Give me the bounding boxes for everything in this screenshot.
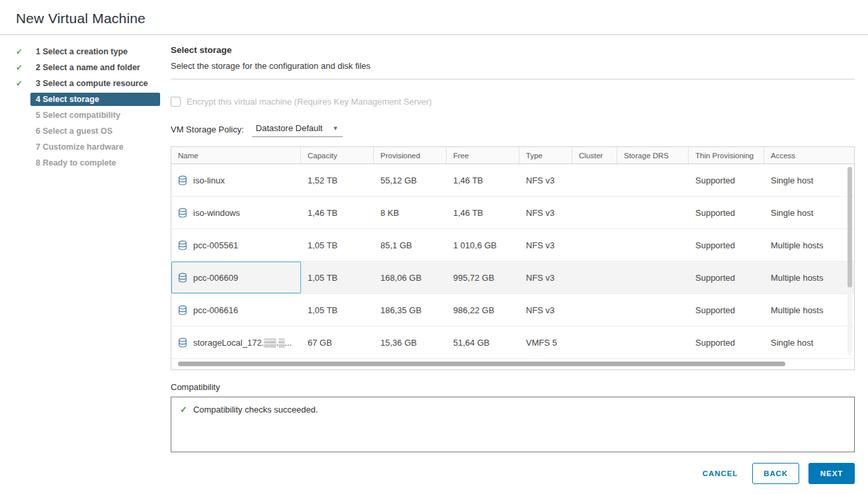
storage-policy-row: VM Storage Policy: Datastore Default ▾ (171, 121, 855, 137)
step-title: Select a guest OS (42, 126, 112, 136)
wizard-step[interactable]: ✓ 5 Select compatibility (16, 108, 160, 123)
cell-capacity: 1,46 TB (301, 197, 374, 228)
cell-thin-provisioning: Supported (689, 326, 764, 358)
step-check-icon: ✓ (16, 79, 30, 88)
table-row[interactable]: iso-windows 1,46 TB 8 KB 1,46 TB NFS v3 … (171, 197, 854, 229)
datastore-icon (178, 240, 187, 250)
page-title: Select storage (171, 45, 855, 55)
table-row[interactable]: pcc-005561 1,05 TB 85,1 GB 1 010,6 GB NF… (171, 229, 854, 262)
dialog-header: New Virtual Machine (0, 0, 868, 35)
step-label: 5 Select compatibility (30, 109, 160, 122)
cell-access: Multiple hosts (764, 262, 854, 293)
step-number: 1 (36, 47, 40, 56)
step-title: Select a name and folder (42, 63, 140, 72)
cell-cluster (572, 262, 617, 293)
encrypt-checkbox[interactable] (171, 97, 181, 107)
compatibility-message: Compatibility checks succeeded. (193, 405, 318, 415)
step-label: 4 Select storage (30, 93, 160, 106)
cell-provisioned: 55,12 GB (374, 164, 447, 196)
cell-name: pcc-006616 (171, 294, 301, 326)
vm-storage-policy-select[interactable]: Datastore Default ▾ (252, 121, 343, 137)
back-button[interactable]: BACK (752, 463, 799, 484)
cancel-button[interactable]: CANCEL (697, 463, 743, 484)
datastore-icon (178, 305, 187, 315)
cell-storage-drs (617, 229, 689, 261)
cell-cluster (572, 326, 617, 358)
cell-storage-drs (617, 197, 689, 228)
step-label: 1 Select a creation type (30, 45, 160, 58)
cell-cluster (572, 229, 617, 261)
section-divider (171, 79, 855, 79)
compatibility-label: Compatibility (171, 382, 855, 392)
column-header[interactable]: Cluster (572, 147, 617, 164)
cell-cluster (572, 294, 617, 326)
cell-access: Single host (764, 197, 854, 228)
next-button[interactable]: NEXT (808, 463, 855, 484)
table-row[interactable]: iso-linux 1,52 TB 55,12 GB 1,46 TB NFS v… (171, 164, 854, 197)
step-label: 6 Select a guest OS (30, 124, 160, 138)
cell-free: 995,72 GB (447, 262, 519, 293)
column-header[interactable]: Name (171, 147, 301, 164)
cell-thin-provisioning: Supported (689, 197, 764, 228)
column-header[interactable]: Provisioned (374, 147, 447, 164)
wizard-step[interactable]: ✓ 7 Customize hardware (16, 140, 160, 154)
wizard-step[interactable]: ✓ 4 Select storage (16, 92, 160, 107)
datastore-icon (178, 175, 187, 185)
cell-name: pcc-006609 (171, 262, 301, 293)
vertical-scrollbar-thumb[interactable] (847, 167, 852, 287)
step-number: 7 (36, 142, 40, 152)
step-number: 8 (36, 158, 40, 168)
cell-type: NFS v3 (519, 262, 572, 293)
cell-access: Multiple hosts (764, 294, 854, 326)
table-row[interactable]: pcc-006609 1,05 TB 168,06 GB 995,72 GB N… (171, 262, 854, 294)
cell-name: storageLocal_172.▒▒.▒... (171, 326, 301, 358)
vm-storage-policy-value: Datastore Default (256, 123, 323, 133)
cell-name: pcc-005561 (171, 229, 301, 261)
step-title: Select a creation type (42, 47, 128, 56)
column-header[interactable]: Capacity (301, 147, 374, 164)
page-subtitle: Select the storage for the configuration… (171, 61, 855, 71)
wizard-step[interactable]: ✓ 6 Select a guest OS (16, 124, 160, 138)
step-number: 5 (36, 111, 40, 120)
step-number: 4 (36, 95, 40, 104)
cell-provisioned: 15,36 GB (374, 326, 447, 358)
cell-free: 51,64 GB (447, 326, 519, 358)
cell-access: Multiple hosts (764, 229, 854, 261)
wizard-step[interactable]: ✓ 1 Select a creation type (16, 44, 160, 59)
cell-storage-drs (617, 164, 689, 196)
wizard-step[interactable]: ✓ 8 Ready to complete (16, 156, 160, 170)
wizard-step[interactable]: ✓ 2 Select a name and folder (16, 60, 160, 75)
column-header[interactable]: Type (519, 147, 572, 164)
column-header[interactable]: Storage DRS (617, 147, 689, 164)
step-label: 8 Ready to complete (30, 156, 160, 170)
column-header[interactable]: Free (447, 147, 519, 164)
column-header[interactable]: Thin Provisioning (689, 147, 764, 164)
datastore-name: iso-windows (193, 208, 240, 218)
cell-cluster (572, 197, 617, 228)
wizard-step[interactable]: ✓ 3 Select a compute resource (16, 76, 160, 91)
cell-type: NFS v3 (519, 164, 572, 196)
cell-thin-provisioning: Supported (689, 294, 764, 326)
wizard-layout: ✓ 1 Select a creation type ✓ 2 Select a … (0, 35, 868, 484)
vertical-scrollbar[interactable] (847, 167, 852, 355)
column-header[interactable]: Access (764, 147, 854, 164)
step-title: Select storage (42, 95, 99, 104)
horizontal-scrollbar[interactable] (171, 359, 854, 370)
table-row[interactable]: pcc-006616 1,05 TB 186,35 GB 986,22 GB N… (171, 294, 854, 326)
cell-provisioned: 186,35 GB (374, 294, 447, 326)
cell-storage-drs (617, 294, 689, 326)
table-header-row: NameCapacityProvisionedFreeTypeClusterSt… (171, 147, 854, 164)
step-number: 3 (36, 79, 40, 88)
horizontal-scrollbar-thumb[interactable] (178, 362, 785, 366)
datastore-table: NameCapacityProvisionedFreeTypeClusterSt… (171, 146, 855, 370)
cell-name: iso-windows (171, 197, 301, 228)
step-label: 2 Select a name and folder (30, 61, 160, 74)
cell-name: iso-linux (171, 164, 301, 196)
datastore-name: pcc-005561 (193, 240, 238, 250)
cell-free: 1 010,6 GB (447, 229, 519, 261)
cell-capacity: 1,05 TB (301, 262, 374, 293)
table-row[interactable]: storageLocal_172.▒▒.▒... 67 GB 15,36 GB … (171, 326, 854, 359)
cell-thin-provisioning: Supported (689, 262, 764, 293)
step-title: Select compatibility (42, 111, 120, 120)
cell-capacity: 1,52 TB (301, 164, 374, 196)
